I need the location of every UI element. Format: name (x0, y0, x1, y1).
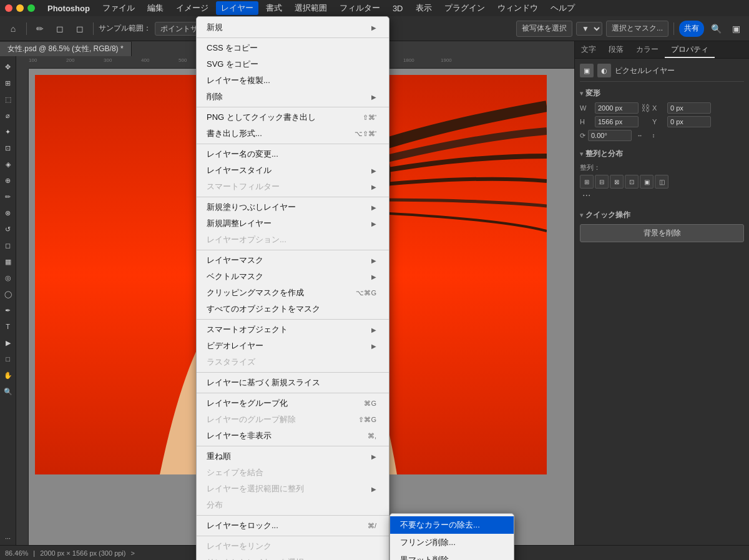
submenu-item-remove-black-matte[interactable]: 黒マット削除 (390, 551, 514, 560)
history-brush[interactable]: ↺ (1, 222, 15, 236)
flip-v-button[interactable]: ↕ (648, 130, 659, 141)
zoom-tool[interactable]: 🔍 (1, 385, 15, 398)
artboard-tool[interactable]: ⊞ (1, 76, 15, 90)
magic-wand-tool[interactable]: ✦ (1, 125, 15, 139)
menu-plugins[interactable]: プラグイン (439, 1, 490, 15)
menu-item-adjustment-layer[interactable]: 新規調整レイヤー (197, 215, 389, 232)
minimize-button[interactable] (16, 4, 24, 12)
transform-chevron[interactable]: ▾ (580, 90, 583, 97)
y-input[interactable] (667, 116, 711, 127)
menu-item-fill-layer[interactable]: 新規塗りつぶしレイヤー (197, 199, 389, 215)
selection-mask-button[interactable]: 選択とマスク... (606, 21, 668, 37)
menu-item-copy-svg[interactable]: SVG をコピー (197, 56, 389, 72)
dodge-tool[interactable]: ◯ (1, 287, 15, 301)
tab-color[interactable]: カラー (630, 41, 665, 58)
submenu-item-defringe[interactable]: フリンジ削除... (390, 534, 514, 551)
menu-item-video-layer[interactable]: ビデオレイヤー (197, 338, 389, 354)
pen-tool[interactable]: ✒ (1, 303, 15, 317)
menu-item-delete[interactable]: 削除 (197, 89, 389, 105)
menu-item-vector-mask[interactable]: ベクトルマスク (197, 268, 389, 285)
document-tab-item[interactable]: 女性.psd @ 86.5% (女性, RGB/8) * (0, 42, 132, 56)
healing-brush[interactable]: ⊕ (1, 174, 15, 187)
flip-h-button[interactable]: ↔ (634, 130, 645, 141)
menu-item-new[interactable]: 新規 (197, 19, 389, 36)
menu-help[interactable]: ヘルプ (546, 1, 580, 15)
home-button[interactable]: ⌂ (5, 21, 21, 37)
menu-item-smart-object[interactable]: スマートオブジェクト (197, 322, 389, 338)
ruler-left (16, 69, 29, 545)
align-bottom[interactable]: ◫ (655, 175, 668, 189)
tab-paragraph[interactable]: 段落 (602, 41, 630, 58)
tab-properties[interactable]: プロパティ (665, 41, 715, 58)
menu-3d[interactable]: 3D (388, 2, 408, 14)
align-top[interactable]: ⊡ (625, 175, 639, 189)
panel-toggle-button[interactable]: ▣ (728, 21, 744, 37)
menu-file[interactable]: ファイル (97, 1, 140, 15)
menu-layer[interactable]: レイヤー (216, 1, 258, 15)
menu-type[interactable]: 書式 (261, 1, 287, 15)
menu-item-layer-style[interactable]: レイヤースタイル (197, 162, 389, 179)
move-tool[interactable]: ✥ (1, 60, 15, 74)
menu-item-new-slice[interactable]: レイヤーに基づく新規スライス (197, 375, 389, 391)
properties-tabs: 文字 段落 カラー プロパティ (575, 41, 749, 59)
menu-view[interactable]: 表示 (411, 1, 437, 15)
menu-select[interactable]: 選択範囲 (290, 1, 332, 15)
submenu-item-remove-color[interactable]: 不要なカラーの除去... (390, 516, 514, 534)
select-subject-button[interactable]: 被写体を選択 (516, 21, 572, 37)
eyedropper-tool[interactable]: ◈ (1, 157, 15, 171)
crop-tool[interactable]: ⊡ (1, 141, 15, 155)
angle-input[interactable] (588, 130, 632, 141)
status-arrow[interactable]: > (130, 549, 134, 557)
menu-item-lock[interactable]: レイヤーをロック... ⌘/ (197, 518, 389, 534)
tab-text[interactable]: 文字 (575, 41, 602, 58)
more-tools-button[interactable]: ··· (1, 531, 15, 545)
menu-item-mask-all[interactable]: すべてのオブジェクトをマスク (197, 301, 389, 317)
x-input[interactable] (667, 102, 711, 114)
menu-edit[interactable]: 編集 (142, 1, 169, 15)
blur-tool[interactable]: ◎ (1, 271, 15, 285)
clone-stamp[interactable]: ⊗ (1, 206, 15, 220)
menu-item-copy-css[interactable]: CSS をコピー (197, 40, 389, 56)
path-selection[interactable]: ▶ (1, 336, 15, 350)
share-button[interactable]: 共有 (679, 21, 704, 37)
qa-chevron[interactable]: ▾ (580, 212, 583, 219)
remove-bg-button[interactable]: 背景を削除 (580, 224, 744, 242)
eraser-tool[interactable]: ◻ (1, 238, 15, 252)
align-chevron[interactable]: ▾ (580, 150, 583, 157)
align-left[interactable]: ⊞ (580, 175, 594, 189)
shape-tool[interactable]: □ (1, 352, 15, 366)
brush-tool-button[interactable]: ✏ (32, 21, 48, 37)
menu-item-rename[interactable]: レイヤー名の変更... (197, 146, 389, 162)
more-align-button[interactable]: ··· (580, 189, 593, 202)
menu-filter[interactable]: フィルター (335, 1, 385, 15)
search-button[interactable]: 🔍 (708, 21, 724, 37)
menu-item-quick-export[interactable]: PNG としてクイック書き出し ⇧⌘' (197, 109, 389, 125)
align-right[interactable]: ⊠ (610, 175, 624, 189)
menu-item-duplicate[interactable]: レイヤーを複製... (197, 72, 389, 89)
link-icon[interactable]: ⛓ (641, 103, 650, 113)
eraser-tool-button[interactable]: ◻ (72, 21, 88, 37)
text-tool[interactable]: T (1, 320, 15, 333)
subject-select[interactable]: ▼ (576, 22, 602, 36)
menu-item-hide[interactable]: レイヤーを非表示 ⌘, (197, 428, 389, 444)
menu-item-arrange[interactable]: 重ね順 (197, 448, 389, 464)
menu-item-layer-mask[interactable]: レイヤーマスク (197, 252, 389, 268)
menu-image[interactable]: イメージ (171, 1, 213, 15)
hand-tool[interactable]: ✋ (1, 368, 15, 382)
gradient-tool[interactable]: ▦ (1, 255, 15, 268)
brush-tool[interactable]: ✏ (1, 190, 15, 204)
align-center-v[interactable]: ▣ (640, 175, 654, 189)
h-input[interactable] (595, 116, 639, 127)
menu-item-export-as[interactable]: 書き出し形式... ⌥⇧⌘' (197, 125, 389, 142)
menu-item-clipping-mask[interactable]: クリッピングマスクを作成 ⌥⌘G (197, 285, 389, 301)
align-center-h[interactable]: ⊟ (595, 175, 609, 189)
menu-sep3 (197, 144, 389, 144)
lasso-tool[interactable]: ⌀ (1, 109, 15, 122)
close-button[interactable] (5, 4, 12, 12)
menu-window[interactable]: ウィンドウ (492, 1, 543, 15)
selection-tool-button[interactable]: ◻ (52, 21, 68, 37)
maximize-button[interactable] (27, 4, 35, 12)
rectangular-marquee[interactable]: ⬚ (1, 92, 15, 106)
menu-item-group[interactable]: レイヤーをグループ化 ⌘G (197, 395, 389, 411)
w-input[interactable] (595, 102, 639, 114)
